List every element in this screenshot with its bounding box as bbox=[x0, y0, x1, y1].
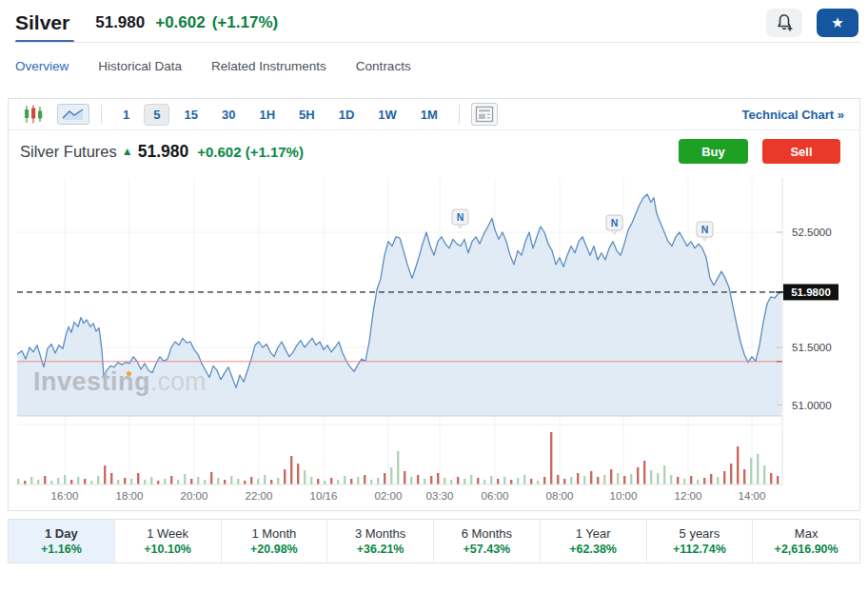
svg-text:N: N bbox=[611, 217, 619, 228]
volume-bar bbox=[224, 480, 226, 484]
chart-change: +0.602 (+1.17%) bbox=[197, 144, 304, 160]
news-marker[interactable]: N bbox=[697, 222, 713, 241]
interval-5[interactable]: 5 bbox=[144, 104, 169, 126]
volume-bar bbox=[737, 446, 739, 484]
timeframe-5-years[interactable]: 5 years+112.74% bbox=[647, 520, 754, 563]
volume-bar bbox=[90, 481, 92, 484]
timeframe-change: +1.16% bbox=[41, 543, 82, 556]
volume-bar bbox=[723, 471, 725, 484]
watermark-main: Investing bbox=[33, 367, 150, 396]
tab-related-instruments[interactable]: Related Instruments bbox=[211, 59, 326, 73]
volume-bar bbox=[750, 458, 752, 484]
y-axis-label: 51.5000 bbox=[792, 342, 832, 353]
timeframe-3-months[interactable]: 3 Months+36.21% bbox=[327, 520, 434, 563]
page-title: Silver bbox=[15, 11, 69, 34]
sell-button[interactable]: Sell bbox=[762, 139, 840, 164]
timeframe-1-week[interactable]: 1 Week+10.10% bbox=[115, 520, 222, 563]
volume-bar bbox=[537, 481, 539, 484]
volume-bar bbox=[210, 472, 212, 484]
chart-widget: 1515301H5H1D1W1M Technical Chart » Silve… bbox=[8, 98, 860, 511]
volume-bar bbox=[197, 477, 199, 484]
volume-bar bbox=[404, 471, 405, 484]
volume-bar bbox=[444, 478, 445, 484]
volume-bar bbox=[483, 480, 485, 484]
y-axis-label: 52.5000 bbox=[792, 227, 832, 238]
instrument-price: 51.980 bbox=[95, 13, 145, 32]
candlestick-chart-button[interactable] bbox=[20, 103, 47, 126]
volume-bar bbox=[390, 467, 392, 484]
interval-1h[interactable]: 1H bbox=[249, 104, 285, 126]
volume-bar bbox=[257, 479, 259, 484]
volume-bar bbox=[563, 479, 565, 484]
volume-bar bbox=[763, 465, 765, 484]
volume-bar bbox=[603, 475, 605, 484]
volume-bar bbox=[497, 479, 499, 484]
buy-button[interactable]: Buy bbox=[679, 139, 748, 164]
volume-bar bbox=[590, 471, 592, 484]
volume-bar bbox=[110, 473, 112, 484]
news-marker[interactable]: N bbox=[452, 209, 468, 228]
chart-price: 51.980 bbox=[138, 142, 189, 162]
volume-bar bbox=[30, 477, 32, 484]
tab-contracts[interactable]: Contracts bbox=[356, 59, 411, 73]
volume-bar bbox=[530, 479, 532, 484]
volume-bar bbox=[424, 479, 425, 484]
interval-1d[interactable]: 1D bbox=[329, 104, 365, 126]
area-chart-button[interactable] bbox=[57, 104, 89, 125]
timeframe-1-month[interactable]: 1 Month+20.98% bbox=[222, 520, 328, 563]
x-axis-label: 08:00 bbox=[546, 490, 574, 502]
tab-overview[interactable]: Overview bbox=[15, 59, 69, 73]
volume-bar bbox=[384, 473, 385, 484]
volume-bar bbox=[324, 481, 326, 484]
volume-bar bbox=[643, 461, 645, 484]
timeframe-label: Max bbox=[795, 526, 819, 541]
x-axis-label: 06:00 bbox=[482, 490, 509, 502]
timeframe-change: +112.74% bbox=[673, 543, 726, 556]
interval-30[interactable]: 30 bbox=[212, 104, 245, 126]
volume-bar bbox=[670, 475, 672, 484]
interval-1w[interactable]: 1W bbox=[368, 104, 406, 126]
news-events-toggle-button[interactable] bbox=[471, 103, 498, 126]
volume-bar bbox=[557, 475, 559, 484]
x-axis-label: 03:30 bbox=[426, 490, 454, 502]
timeframe-change: +36.21% bbox=[357, 543, 404, 556]
timeframe-1-day[interactable]: 1 Day+1.16% bbox=[9, 520, 115, 563]
timeframe-max[interactable]: Max+2,616.90% bbox=[753, 520, 859, 563]
volume-bar bbox=[543, 477, 545, 484]
interval-5h[interactable]: 5H bbox=[289, 104, 325, 126]
volume-bar bbox=[730, 464, 732, 484]
technical-chart-link[interactable]: Technical Chart » bbox=[742, 108, 848, 122]
watchlist-star-button[interactable]: ★ bbox=[817, 9, 858, 37]
volume-bar bbox=[357, 477, 359, 484]
tab-historical-data[interactable]: Historical Data bbox=[98, 59, 182, 73]
interval-1m[interactable]: 1M bbox=[411, 104, 447, 126]
volume-bar bbox=[350, 479, 352, 484]
create-alert-button[interactable] bbox=[766, 9, 802, 37]
volume-bar bbox=[617, 473, 619, 484]
volume-bar bbox=[364, 475, 365, 484]
timeframe-label: 1 Year bbox=[576, 526, 611, 541]
price-chart[interactable]: 52.500051.500051.000016:0018:0020:0022:0… bbox=[9, 172, 859, 510]
chart-toolbar: 1515301H5H1D1W1M Technical Chart » bbox=[9, 99, 859, 130]
timeframe-label: 3 Months bbox=[355, 526, 405, 541]
volume-bar bbox=[184, 474, 186, 484]
chart-title-row: Silver Futures ▲ 51.980 +0.602 (+1.17%) … bbox=[9, 130, 859, 172]
volume-bar bbox=[44, 476, 46, 484]
volume-bar bbox=[137, 473, 139, 484]
candlestick-icon bbox=[23, 105, 44, 124]
timeframe-change: +57.43% bbox=[464, 543, 511, 556]
volume-bar bbox=[104, 465, 106, 484]
toolbar-divider bbox=[459, 105, 460, 124]
volume-bar bbox=[770, 473, 772, 484]
timeframe-label: 5 years bbox=[680, 526, 720, 541]
volume-bar bbox=[630, 474, 632, 484]
x-axis-label: 16:00 bbox=[51, 490, 79, 502]
timeframe-1-year[interactable]: 1 Year+62.38% bbox=[541, 520, 647, 563]
interval-1[interactable]: 1 bbox=[113, 104, 139, 126]
news-marker[interactable]: N bbox=[606, 215, 622, 234]
interval-selector: 1515301H5H1D1W1M bbox=[113, 104, 447, 126]
volume-bar bbox=[464, 479, 465, 484]
interval-15[interactable]: 15 bbox=[174, 104, 207, 126]
volume-bar bbox=[370, 480, 372, 484]
timeframe-6-months[interactable]: 6 Months+57.43% bbox=[434, 520, 541, 563]
